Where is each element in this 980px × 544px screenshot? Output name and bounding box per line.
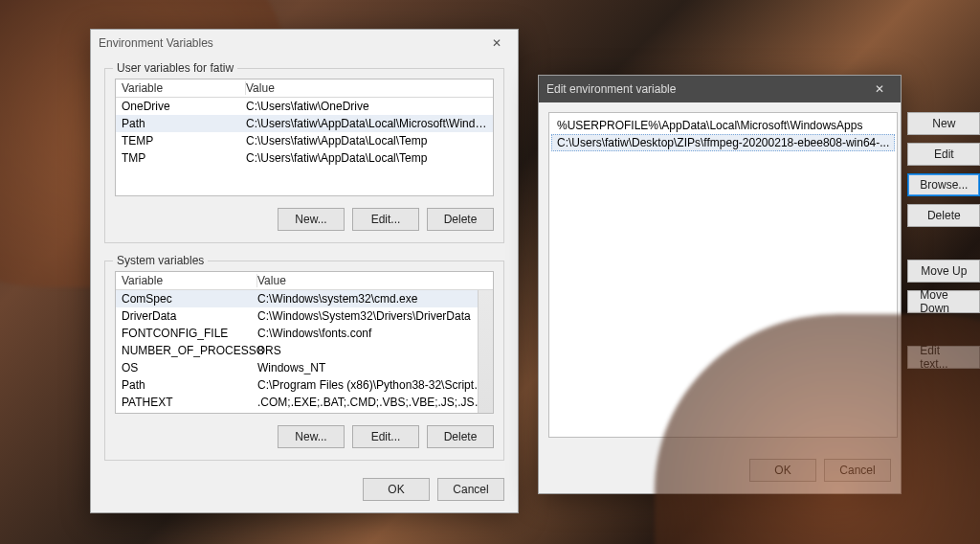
new-button[interactable]: New bbox=[907, 112, 980, 135]
var-name: TMP bbox=[122, 151, 246, 165]
var-value: C:\Program Files (x86)\Python38-32\Scrip… bbox=[257, 378, 487, 392]
var-name: Path bbox=[122, 378, 257, 392]
path-entries-list[interactable]: %USERPROFILE%\AppData\Local\Microsoft\Wi… bbox=[548, 112, 898, 438]
table-row[interactable]: TEMPC:\Users\fatiw\AppData\Local\Temp bbox=[116, 132, 493, 149]
col-variable[interactable]: Variable bbox=[122, 274, 257, 287]
var-value: C:\Users\fatiw\OneDrive bbox=[246, 100, 487, 113]
table-row[interactable]: OSWindows_NT bbox=[116, 359, 493, 376]
list-header: Variable Value bbox=[116, 272, 493, 290]
edit-cancel-button[interactable]: Cancel bbox=[824, 459, 891, 482]
var-value: 8 bbox=[257, 344, 487, 357]
table-row[interactable]: PATHEXT.COM;.EXE;.BAT;.CMD;.VBS;.VBE;.JS… bbox=[116, 394, 493, 411]
edit-ok-button[interactable]: OK bbox=[749, 459, 816, 482]
system-variables-list[interactable]: Variable Value ComSpecC:\Windows\system3… bbox=[115, 271, 494, 414]
path-entry[interactable]: C:\Users\fatiw\Desktop\ZIPs\ffmpeg-20200… bbox=[551, 134, 895, 151]
close-icon[interactable]: ✕ bbox=[483, 36, 510, 50]
var-name: FONTCONFIG_FILE bbox=[122, 327, 257, 340]
var-name: NUMBER_OF_PROCESSORS bbox=[122, 344, 257, 357]
delete-button[interactable]: Delete bbox=[907, 204, 980, 227]
var-value: C:\Users\fatiw\AppData\Local\Microsoft\W… bbox=[246, 117, 487, 130]
var-name: OneDrive bbox=[122, 100, 246, 113]
move-up-button[interactable]: Move Up bbox=[907, 260, 980, 283]
env-ok-button[interactable]: OK bbox=[363, 478, 430, 501]
col-variable[interactable]: Variable bbox=[122, 81, 246, 95]
var-value: C:\Windows\System32\Drivers\DriverData bbox=[257, 309, 487, 323]
var-name: ComSpec bbox=[122, 292, 257, 306]
user-delete-button[interactable]: Delete bbox=[427, 208, 494, 231]
sys-delete-button[interactable]: Delete bbox=[427, 425, 494, 448]
var-value: C:\Users\fatiw\AppData\Local\Temp bbox=[246, 134, 487, 147]
env-title: Environment Variables bbox=[99, 36, 213, 50]
env-cancel-button[interactable]: Cancel bbox=[437, 478, 504, 501]
var-name: PATHEXT bbox=[122, 396, 257, 409]
sys-edit-button[interactable]: Edit... bbox=[352, 425, 419, 448]
list-header: Variable Value bbox=[116, 79, 493, 98]
user-variables-list[interactable]: Variable Value OneDriveC:\Users\fatiw\On… bbox=[115, 79, 494, 196]
var-name: Path bbox=[122, 117, 246, 130]
env-titlebar[interactable]: Environment Variables ✕ bbox=[91, 30, 518, 57]
edit-titlebar[interactable]: Edit environment variable ✕ bbox=[539, 76, 901, 102]
table-row[interactable]: NUMBER_OF_PROCESSORS8 bbox=[116, 342, 493, 359]
var-name: TEMP bbox=[122, 134, 246, 147]
table-row[interactable]: ComSpecC:\Windows\system32\cmd.exe bbox=[116, 290, 493, 307]
path-entry[interactable]: %USERPROFILE%\AppData\Local\Microsoft\Wi… bbox=[551, 117, 895, 134]
col-value[interactable]: Value bbox=[257, 274, 487, 287]
environment-variables-dialog: Environment Variables ✕ User variables f… bbox=[90, 29, 519, 513]
var-value: C:\Windows\fonts.conf bbox=[257, 327, 487, 340]
move-down-button[interactable]: Move Down bbox=[907, 290, 980, 313]
col-value[interactable]: Value bbox=[246, 81, 487, 95]
var-name: OS bbox=[122, 361, 257, 374]
table-row[interactable]: TMPC:\Users\fatiw\AppData\Local\Temp bbox=[116, 149, 493, 167]
var-value: C:\Users\fatiw\AppData\Local\Temp bbox=[246, 151, 487, 165]
close-icon[interactable]: ✕ bbox=[866, 82, 893, 96]
user-new-button[interactable]: New... bbox=[278, 208, 345, 231]
user-variables-group: User variables for fatiw Variable Value … bbox=[104, 68, 504, 243]
sys-group-label: System variables bbox=[113, 254, 208, 267]
user-edit-button[interactable]: Edit... bbox=[352, 208, 419, 231]
edit-env-variable-dialog: Edit environment variable ✕ %USERPROFILE… bbox=[538, 75, 902, 494]
edit-text-button[interactable]: Edit text... bbox=[907, 346, 980, 369]
var-value: .COM;.EXE;.BAT;.CMD;.VBS;.VBE;.JS;.JSE;.… bbox=[257, 396, 487, 409]
var-name: DriverData bbox=[122, 309, 257, 323]
edit-button[interactable]: Edit bbox=[907, 143, 980, 166]
table-row[interactable]: OneDriveC:\Users\fatiw\OneDrive bbox=[116, 98, 493, 115]
user-group-label: User variables for fatiw bbox=[113, 61, 237, 75]
table-row[interactable]: PathC:\Program Files (x86)\Python38-32\S… bbox=[116, 376, 493, 394]
table-row[interactable]: DriverDataC:\Windows\System32\Drivers\Dr… bbox=[116, 307, 493, 325]
system-variables-group: System variables Variable Value ComSpecC… bbox=[104, 261, 504, 461]
table-row[interactable]: PathC:\Users\fatiw\AppData\Local\Microso… bbox=[116, 115, 493, 132]
table-row[interactable]: FONTCONFIG_FILEC:\Windows\fonts.conf bbox=[116, 325, 493, 342]
sys-new-button[interactable]: New... bbox=[278, 425, 345, 448]
edit-title: Edit environment variable bbox=[546, 82, 676, 96]
side-buttons: New Edit Browse... Delete Move Up Move D… bbox=[907, 112, 980, 438]
browse-button[interactable]: Browse... bbox=[907, 173, 980, 196]
var-value: C:\Windows\system32\cmd.exe bbox=[257, 292, 487, 306]
var-value: Windows_NT bbox=[257, 361, 487, 374]
